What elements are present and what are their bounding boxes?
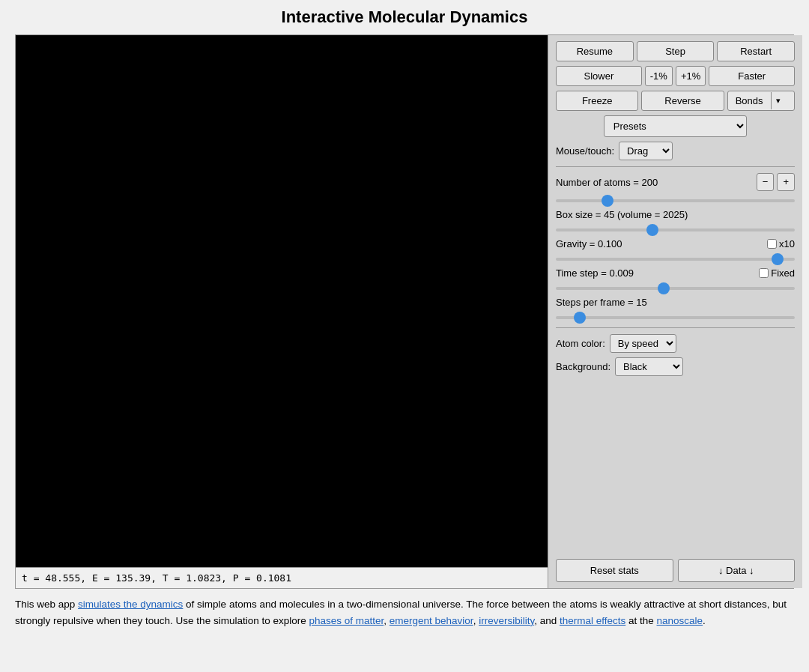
desc-intro: This web app (15, 599, 78, 610)
num-atoms-minus[interactable]: − (757, 173, 775, 191)
canvas-area: // Generate atom cluster t = 48.555, E =… (16, 35, 548, 588)
bonds-arrow-icon: ▾ (771, 92, 785, 109)
background-row: Background: Black White Dark gray (556, 357, 795, 376)
desc-link1[interactable]: simulates the dynamics (78, 599, 183, 610)
slower-button[interactable]: Slower (556, 66, 642, 86)
gravity-x10-checkbox[interactable] (767, 239, 777, 249)
time-step-label: Time step = 0.009 (556, 267, 634, 279)
gravity-section: Gravity = 0.100 x10 (556, 238, 795, 263)
btn-row-1: Resume Step Restart (556, 41, 795, 61)
desc-link3[interactable]: emergent behavior (390, 615, 473, 626)
box-size-label: Box size = 45 (volume = 2025) (556, 209, 688, 220)
btn-row-2: Slower -1% +1% Faster (556, 66, 795, 86)
box-size-label-row: Box size = 45 (volume = 2025) (556, 209, 795, 220)
num-atoms-section: Number of atoms = 200 − + (556, 173, 795, 205)
freeze-button[interactable]: Freeze (556, 91, 638, 111)
status-text: t = 48.555, E = 135.39, T = 1.0823, P = … (22, 572, 291, 584)
resume-button[interactable]: Resume (556, 41, 634, 61)
steps-per-frame-label: Steps per frame = 15 (556, 297, 647, 308)
mouse-touch-label: Mouse/touch: (556, 145, 614, 157)
num-atoms-plus[interactable]: + (777, 173, 795, 191)
gravity-slider[interactable] (556, 258, 795, 261)
atom-color-label: Atom color: (556, 338, 605, 349)
reverse-button[interactable]: Reverse (641, 91, 724, 111)
simulation-canvas[interactable]: // Generate atom cluster (16, 35, 548, 567)
background-select[interactable]: Black White Dark gray (615, 357, 683, 376)
gravity-controls: x10 (767, 238, 795, 249)
spacer (556, 381, 795, 551)
bonds-dropdown[interactable]: Bonds ▾ (727, 91, 795, 111)
desc-link4[interactable]: irreversibility (479, 615, 534, 626)
step-button[interactable]: Step (637, 41, 715, 61)
page-title: Interactive Molecular Dynamics (15, 7, 794, 27)
desc-end: at the (625, 615, 656, 626)
steps-per-frame-label-row: Steps per frame = 15 (556, 297, 795, 308)
divider-2 (556, 327, 795, 328)
bonds-label: Bonds (728, 91, 771, 110)
gravity-x10-label[interactable]: x10 (767, 238, 795, 249)
num-atoms-controls: − + (757, 173, 795, 191)
time-step-fixed-checkbox[interactable] (759, 268, 769, 278)
box-size-slider[interactable] (556, 228, 795, 231)
status-bar: t = 48.555, E = 135.39, T = 1.0823, P = … (16, 567, 548, 588)
num-atoms-label: Number of atoms = 200 (556, 177, 658, 188)
bottom-btns: Reset stats ↓ Data ↓ (556, 559, 795, 582)
divider-1 (556, 166, 795, 167)
description: This web app simulates the dynamics of s… (15, 596, 794, 629)
num-atoms-slider[interactable] (556, 199, 795, 202)
minus1-button[interactable]: -1% (645, 66, 673, 86)
gravity-label: Gravity = 0.100 (556, 238, 622, 249)
background-label: Background: (556, 361, 610, 372)
steps-per-frame-section: Steps per frame = 15 (556, 297, 795, 321)
desc-period: . (703, 615, 706, 626)
faster-button[interactable]: Faster (709, 66, 795, 86)
controls-panel: Resume Step Restart Slower -1% +1% Faste… (548, 35, 802, 588)
time-step-fixed-label[interactable]: Fixed (759, 267, 795, 279)
gravity-label-row: Gravity = 0.100 x10 (556, 238, 795, 249)
desc-comma1: , (384, 615, 390, 626)
presets-row: Presets Gas Liquid Solid Custom (556, 115, 795, 137)
time-step-label-row: Time step = 0.009 Fixed (556, 267, 795, 279)
box-size-section: Box size = 45 (volume = 2025) (556, 209, 795, 234)
atom-color-select[interactable]: By speed By type Rainbow (610, 334, 676, 353)
desc-link2[interactable]: phases of matter (309, 615, 384, 626)
atom-color-row: Atom color: By speed By type Rainbow (556, 334, 795, 353)
time-step-slider[interactable] (556, 287, 795, 290)
num-atoms-label-row: Number of atoms = 200 − + (556, 173, 795, 191)
steps-per-frame-slider[interactable] (556, 316, 795, 319)
data-button[interactable]: ↓ Data ↓ (678, 559, 796, 582)
atom-visualization: // Generate atom cluster (16, 35, 548, 567)
mouse-touch-select[interactable]: Drag Push Attract Repel (619, 142, 673, 160)
mouse-touch-row: Mouse/touch: Drag Push Attract Repel (556, 142, 795, 160)
desc-comma2: , (473, 615, 479, 626)
desc-link6[interactable]: nanoscale (657, 615, 703, 626)
restart-button[interactable]: Restart (717, 41, 795, 61)
reset-stats-button[interactable]: Reset stats (556, 559, 673, 582)
presets-select[interactable]: Presets Gas Liquid Solid Custom (604, 115, 747, 137)
plus1-button[interactable]: +1% (676, 66, 706, 86)
desc-and1: , and (534, 615, 560, 626)
btn-row-3: Freeze Reverse Bonds ▾ (556, 91, 795, 111)
desc-link5[interactable]: thermal effects (560, 615, 625, 626)
time-step-section: Time step = 0.009 Fixed (556, 267, 795, 292)
time-step-controls: Fixed (759, 267, 795, 279)
